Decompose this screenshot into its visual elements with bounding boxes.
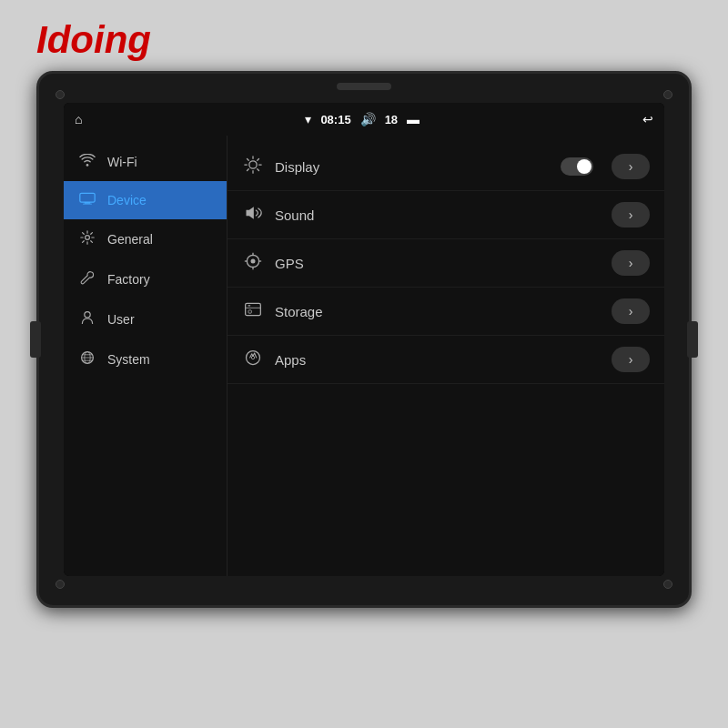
svg-rect-18 xyxy=(246,303,261,315)
back-icon[interactable]: ↩ xyxy=(642,112,653,126)
sidebar-item-general[interactable]: General xyxy=(64,219,227,259)
sidebar-label-system: System xyxy=(107,352,150,367)
settings-label-storage: Storage xyxy=(275,304,601,319)
settings-row-gps[interactable]: GPS › xyxy=(228,239,664,288)
settings-label-sound: Sound xyxy=(275,207,601,223)
status-left: ⌂ xyxy=(75,112,82,126)
svg-rect-1 xyxy=(85,202,91,204)
display-toggle[interactable] xyxy=(561,157,593,176)
volume-value: 18 xyxy=(385,113,398,126)
svg-point-3 xyxy=(86,236,90,240)
status-time: 08:15 xyxy=(320,113,350,126)
screen: ⌂ ▾ 08:15 🔊 18 ▬ ↩ xyxy=(64,103,664,576)
wifi-icon xyxy=(78,154,96,170)
settings-row-storage[interactable]: Storage › xyxy=(228,288,664,336)
sound-settings-icon xyxy=(242,204,264,227)
svg-marker-11 xyxy=(247,207,254,218)
display-arrow-btn[interactable]: › xyxy=(612,154,650,179)
sound-arrow-btn[interactable]: › xyxy=(612,202,650,228)
settings-label-gps: GPS xyxy=(275,256,601,271)
wifi-status-icon: ▾ xyxy=(305,112,311,126)
sidebar-item-factory[interactable]: Factory xyxy=(64,259,227,299)
brand-title: Idoing xyxy=(36,18,151,62)
svg-rect-2 xyxy=(83,204,92,205)
sidebar-label-wifi: Wi-Fi xyxy=(107,155,137,169)
gear-icon xyxy=(78,230,96,248)
svg-point-10 xyxy=(249,160,257,167)
sidebar: Wi-Fi Device xyxy=(64,136,228,576)
settings-label-apps: Apps xyxy=(275,352,601,368)
toggle-dot xyxy=(577,159,592,174)
globe-icon xyxy=(78,350,96,369)
device-outer: ⌂ ▾ 08:15 🔊 18 ▬ ↩ xyxy=(36,71,692,608)
settings-row-apps[interactable]: Apps › xyxy=(228,336,664,384)
main-content: Wi-Fi Device xyxy=(64,136,664,576)
bolt-bl xyxy=(56,580,65,589)
sidebar-label-factory: Factory xyxy=(107,272,150,287)
svg-point-4 xyxy=(85,312,90,318)
svg-point-22 xyxy=(247,350,260,364)
settings-row-sound[interactable]: Sound › xyxy=(228,191,664,239)
settings-label-display: Display xyxy=(275,159,550,175)
mount-right xyxy=(687,321,698,358)
storage-arrow-btn[interactable]: › xyxy=(612,298,650,324)
right-panel: Display › xyxy=(228,136,664,576)
sidebar-item-system[interactable]: System xyxy=(64,339,227,379)
sidebar-label-user: User xyxy=(107,312,135,327)
svg-rect-21 xyxy=(248,309,251,312)
sidebar-label-general: General xyxy=(107,232,153,247)
status-bar: ⌂ ▾ 08:15 🔊 18 ▬ ↩ xyxy=(64,103,664,136)
status-center: ▾ 08:15 🔊 18 ▬ xyxy=(305,112,420,126)
bolt-tr xyxy=(663,90,672,99)
sidebar-item-device[interactable]: Device xyxy=(64,181,227,219)
status-right: ↩ xyxy=(642,112,653,126)
volume-icon[interactable]: 🔊 xyxy=(360,112,376,126)
apps-settings-icon xyxy=(242,349,264,371)
sidebar-item-user[interactable]: User xyxy=(64,299,227,339)
storage-settings-icon xyxy=(242,300,264,323)
sidebar-label-device: Device xyxy=(107,193,147,207)
wrench-icon xyxy=(78,270,96,288)
gps-arrow-btn[interactable]: › xyxy=(612,250,650,276)
device-icon xyxy=(78,192,96,208)
bolt-br xyxy=(663,580,672,589)
svg-point-13 xyxy=(251,258,256,263)
user-icon xyxy=(78,310,96,329)
battery-icon: ▬ xyxy=(407,112,420,126)
display-settings-icon xyxy=(242,156,264,178)
sidebar-item-wifi[interactable]: Wi-Fi xyxy=(64,143,227,181)
svg-rect-0 xyxy=(80,193,95,202)
settings-row-display[interactable]: Display › xyxy=(228,143,664,191)
home-icon[interactable]: ⌂ xyxy=(75,112,82,126)
mount-left xyxy=(30,321,41,358)
bolt-tl xyxy=(56,90,65,99)
apps-arrow-btn[interactable]: › xyxy=(612,347,650,372)
page-wrapper: Idoing ⌂ ▾ 08:15 🔊 18 ▬ ↩ xyxy=(0,0,728,728)
gps-settings-icon xyxy=(242,252,264,275)
